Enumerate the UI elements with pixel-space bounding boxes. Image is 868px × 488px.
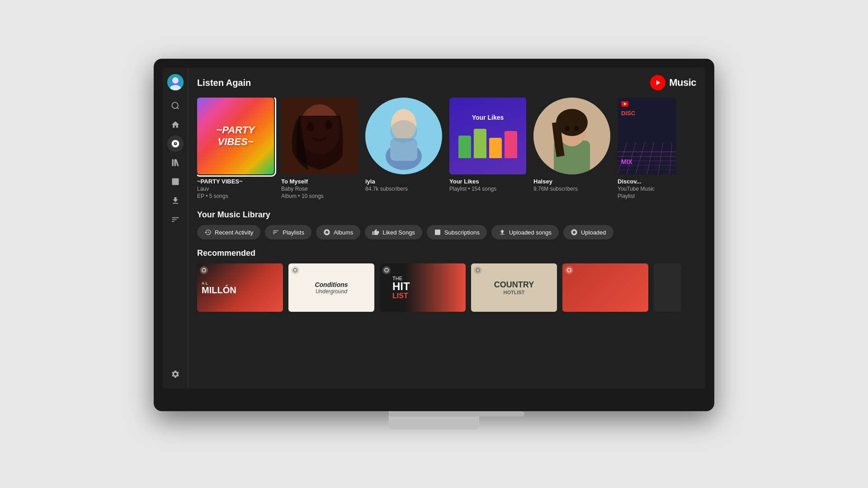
card-to-myself-image — [281, 98, 358, 174]
pill-uploaded-songs-label: Uploaded songs — [509, 229, 552, 236]
yt-music-logo: Music — [650, 75, 696, 90]
card-your-likes[interactable]: Your Likes Your Likes Playlist • 154 s — [449, 98, 526, 199]
thumb-up-icon — [372, 229, 379, 236]
likes-bars — [458, 127, 517, 158]
pill-subscriptions-label: Subscriptions — [444, 229, 480, 236]
card-halsey-sub: 9.76M subscribers — [533, 186, 610, 192]
sidebar-item-playing[interactable] — [167, 136, 184, 152]
your-likes-bg: Your Likes — [449, 98, 526, 174]
play-dot-hitlist — [384, 268, 389, 272]
play-dot — [202, 268, 206, 272]
card-party-vibes-sub2: EP • 5 songs — [197, 193, 274, 199]
svg-point-24 — [574, 126, 579, 131]
hitlist-play — [382, 266, 391, 274]
subscriptions-icon — [434, 229, 441, 236]
yt-logo-icon — [650, 75, 665, 90]
card-iyla-sub: 84.7k subscribers — [365, 186, 442, 192]
country-play — [474, 266, 482, 274]
bar-light-green — [474, 129, 486, 158]
card-halsey-image — [533, 98, 610, 174]
conditions-play — [291, 266, 299, 274]
discover-grid — [618, 98, 676, 174]
conditions-text: Conditions Underground — [315, 281, 348, 295]
pill-uploaded[interactable]: Uploaded — [563, 225, 613, 239]
card-your-likes-image: Your Likes — [449, 98, 526, 174]
sidebar-item-search[interactable] — [167, 98, 184, 114]
sidebar-item-settings[interactable] — [167, 366, 184, 382]
sidebar-item-home[interactable] — [167, 117, 184, 133]
main-content: Listen Again Music — [188, 68, 705, 389]
country-text: COUNTRY HOTLIST — [491, 277, 538, 299]
card-your-likes-name: Your Likes — [449, 178, 526, 185]
halsey-person — [533, 98, 610, 174]
bar-orange — [489, 138, 502, 158]
rec-card-conditions[interactable]: Conditions Underground — [288, 263, 374, 312]
party-vibes-text: ~PARTYVIBES~ — [216, 124, 255, 148]
pill-uploaded-songs[interactable]: Uploaded songs — [491, 225, 559, 239]
rec-card-country[interactable]: COUNTRY HOTLIST — [471, 263, 557, 312]
pill-albums-label: Albums — [334, 229, 353, 236]
card-halsey-name: Halsey — [533, 178, 610, 185]
rec-card-red[interactable] — [562, 263, 648, 312]
card-party-vibes-image: ~PARTYVIBES~ — [197, 98, 274, 174]
bar-pink — [505, 131, 517, 158]
to-myself-face — [281, 98, 358, 174]
sidebar-item-downloads[interactable] — [167, 192, 184, 209]
iyla-person — [365, 98, 442, 174]
pill-albums[interactable]: Albums — [316, 225, 360, 239]
card-party-vibes-sub1: Lauv — [197, 186, 274, 192]
card-discover-sub2: Playlist — [618, 193, 676, 199]
svg-point-1 — [172, 77, 179, 84]
tv-frame: Listen Again Music — [154, 59, 714, 411]
pill-playlists-label: Playlists — [283, 229, 304, 236]
conditions-sub: Underground — [315, 288, 348, 295]
pill-uploaded-label: Uploaded — [581, 229, 606, 236]
sidebar-item-subscriptions[interactable] — [167, 174, 184, 190]
hitlist-list: LIST — [392, 292, 410, 300]
play-dot-conditions — [293, 268, 297, 272]
rec-card-hitlist[interactable]: THE HIT LIST — [380, 263, 466, 312]
pill-liked-songs[interactable]: Liked Songs — [365, 225, 422, 239]
svg-line-4 — [177, 108, 179, 109]
card-iyla[interactable]: iyla 84.7k subscribers — [365, 98, 442, 199]
tv-wrapper: Listen Again Music — [154, 59, 714, 429]
card-discover-sub1: YouTube Music — [618, 186, 676, 192]
rec-card-al-millon[interactable]: AL MILLÓN — [197, 263, 283, 312]
album-icon — [323, 229, 330, 236]
card-discover[interactable]: DISC MIX — [618, 98, 676, 199]
al-millon-sub: AL — [202, 281, 236, 286]
card-to-myself[interactable]: To Myself Baby Rose Album • 10 songs — [281, 98, 358, 199]
card-party-vibes[interactable]: ~PARTYVIBES~ ~PARTY VIBES~ Lauv EP • 5 s… — [197, 98, 274, 199]
play-dot-country — [476, 268, 480, 272]
library-title: Your Music Library — [197, 210, 696, 220]
pill-recent-activity[interactable]: Recent Activity — [197, 225, 260, 239]
upload-icon — [499, 229, 506, 236]
screen: Listen Again Music — [163, 68, 705, 389]
sidebar-item-library[interactable] — [167, 155, 184, 171]
al-millon-play — [200, 266, 208, 274]
bar-green — [458, 136, 471, 158]
country-sub: HOTLIST — [494, 290, 534, 295]
yt-music-label: Music — [669, 77, 696, 89]
pill-subscriptions[interactable]: Subscriptions — [427, 225, 487, 239]
play-dot-red — [567, 268, 571, 272]
recommended-cards: AL MILLÓN Conditions Underground — [197, 263, 696, 312]
your-likes-title: Your Likes — [472, 114, 504, 121]
sidebar-item-playlist[interactable] — [167, 211, 184, 228]
svg-point-18 — [390, 120, 417, 143]
filter-pills: Recent Activity Playlists — [197, 225, 696, 239]
listen-again-title: Listen Again — [197, 78, 251, 88]
recommended-title: Recommended — [197, 249, 696, 258]
card-halsey[interactable]: Halsey 9.76M subscribers — [533, 98, 610, 199]
card-your-likes-sub: Playlist • 154 songs — [449, 186, 526, 192]
avatar[interactable] — [167, 74, 184, 90]
card-iyla-image — [365, 98, 442, 174]
hitlist-hit: HIT — [392, 281, 410, 292]
rec-card-partial[interactable] — [654, 263, 681, 312]
header: Listen Again Music — [197, 75, 696, 90]
al-millon-text: AL MILLÓN — [202, 281, 236, 295]
card-to-myself-sub2: Album • 10 songs — [281, 193, 358, 199]
pill-playlists[interactable]: Playlists — [265, 225, 311, 239]
card-to-myself-name: To Myself — [281, 178, 358, 185]
music-circle-icon — [571, 229, 578, 236]
